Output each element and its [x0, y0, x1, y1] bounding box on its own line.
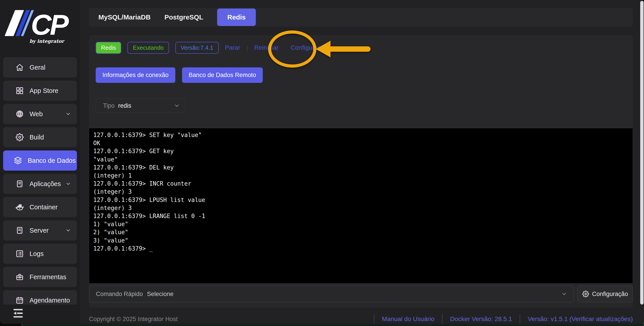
app-version-link[interactable]: Versão: v1.5.1 (Verificar atualizações): [528, 315, 633, 323]
separator: |: [246, 44, 248, 51]
sidebar-nav: Geral App Store Web: [0, 57, 80, 304]
docker-version-link[interactable]: Docker Versão: 28.5.1: [450, 315, 512, 323]
gear-icon: [16, 133, 24, 141]
layers-icon: [14, 156, 22, 165]
type-select[interactable]: Tipo redis: [96, 98, 186, 113]
docker-whale-icon: [16, 203, 24, 211]
quick-command-row: Comando Rápido Selecione Configuração: [89, 286, 633, 302]
sidebar-item-build[interactable]: Build: [3, 127, 77, 147]
toolbox-icon: [16, 273, 24, 281]
quick-command-select[interactable]: Comando Rápido Selecione: [89, 286, 574, 302]
terminal-line: "value": [93, 155, 628, 164]
app-window: CP by integrator Geral App Store: [0, 0, 644, 324]
status-badge: Executando: [128, 42, 169, 54]
terminal-line: 2) "value": [93, 228, 628, 236]
buttons-row: Informações de conexão Banco de Dados Re…: [96, 67, 633, 83]
sidebar-item-label: App Store: [30, 87, 71, 94]
terminal-prompt-line: 127.0.0.1:6379> _: [93, 244, 628, 253]
redis-cli-terminal[interactable]: 127.0.0.1:6379> SET key "value" OK 127.0…: [89, 128, 633, 283]
footer: Copyright © 2025 Integrator Host Manual …: [89, 314, 633, 324]
sidebar-item-label: Server: [30, 227, 65, 234]
stop-link[interactable]: Parar: [225, 44, 240, 51]
terminal-line: 127.0.0.1:6379> SET key "value": [93, 131, 628, 139]
terminal-line: 1) "value": [93, 220, 628, 228]
terminal-line: OK: [93, 139, 628, 147]
connection-info-button[interactable]: Informações de conexão: [96, 67, 175, 83]
footer-divider: [374, 314, 374, 324]
chevron-down-icon: [65, 181, 71, 187]
terminal-line: 3) "value": [93, 236, 628, 244]
sidebar-item-label: Aplicações: [30, 180, 65, 188]
sidebar-item-label: Logs: [30, 250, 71, 257]
terminal-line: (integer) 3: [93, 204, 628, 212]
footer-divider: [442, 314, 442, 324]
sidebar-item-label: Web: [30, 110, 65, 118]
type-select-value: redis: [118, 102, 174, 109]
remote-database-button[interactable]: Banco de Dados Remoto: [182, 67, 263, 83]
logo-icon: CP: [10, 10, 70, 36]
sidebar-collapse-row: [12, 307, 24, 321]
service-badge: Redis: [96, 42, 121, 54]
tab-postgresql[interactable]: PostgreSQL: [164, 14, 203, 21]
collapse-sidebar-icon[interactable]: [12, 316, 24, 320]
logo-tagline: by integrator: [30, 38, 64, 44]
sidebar-item-ferramentas[interactable]: Ferramentas: [3, 267, 77, 287]
chevron-down-icon: [174, 103, 180, 109]
sidebar-item-container[interactable]: Container: [3, 197, 77, 217]
footer-links: Manual do Usuário Docker Versão: 28.5.1 …: [366, 314, 633, 324]
sidebar-item-label: Agendamento: [30, 297, 71, 304]
chevron-down-icon: [65, 228, 71, 233]
terminal-line: 127.0.0.1:6379> LRANGE list 0 -1: [93, 212, 628, 220]
sidebar-item-geral[interactable]: Geral: [3, 57, 77, 77]
sidebar-item-web[interactable]: Web: [3, 104, 77, 124]
terminal-line: 127.0.0.1:6379> INCR counter: [93, 180, 628, 188]
chevron-down-icon: [65, 111, 71, 117]
type-row: Tipo redis: [96, 98, 633, 113]
sidebar-item-label: Geral: [30, 64, 71, 71]
sidebar-item-logs[interactable]: Logs: [3, 244, 77, 264]
sidebar: CP by integrator Geral App Store: [0, 0, 80, 324]
home-icon: [16, 63, 24, 71]
quick-command-value: Selecione: [147, 291, 561, 297]
app-logo: CP by integrator: [0, 0, 80, 53]
sidebar-item-label: Build: [30, 134, 71, 141]
status-row: Redis Executando Versão:7.4.1 Parar | Re…: [96, 42, 633, 54]
tab-mysql-mariadb[interactable]: MySQL/MariaDB: [98, 14, 150, 21]
sidebar-item-agendamento[interactable]: Agendamento: [3, 290, 77, 304]
configuration-button[interactable]: Configuração: [577, 286, 633, 302]
type-select-label: Tipo: [103, 102, 115, 109]
calendar-icon: [16, 296, 24, 304]
database-tabbar: MySQL/MariaDB PostgreSQL Redis: [89, 8, 633, 27]
gear-icon: [582, 291, 589, 297]
sidebar-item-banco-de-dados[interactable]: Banco de Dados: [3, 150, 77, 171]
configuration-link[interactable]: Configuração: [291, 44, 328, 51]
sidebar-item-label: Banco de Dados: [28, 157, 76, 164]
terminal-line: (integer) 3: [93, 188, 628, 196]
server-icon: [16, 226, 24, 234]
sidebar-item-label: Container: [30, 204, 71, 211]
quick-command-label: Comando Rápido: [96, 291, 143, 297]
chevron-down-icon: [561, 291, 567, 297]
terminal-line: 127.0.0.1:6379> GET key: [93, 147, 628, 155]
scrollbar-thumb[interactable]: [640, 1, 644, 304]
main-content: MySQL/MariaDB PostgreSQL Redis Redis Exe…: [80, 0, 644, 324]
sidebar-item-app-store[interactable]: App Store: [3, 81, 77, 101]
configuration-button-label: Configuração: [592, 291, 628, 297]
restart-link[interactable]: Reiniciar: [254, 44, 278, 51]
terminal-line: (integer) 1: [93, 172, 628, 180]
sidebar-item-label: Ferramentas: [30, 273, 71, 281]
server-icon: [16, 180, 24, 188]
terminal-line: 127.0.0.1:6379> LPUSH list value: [93, 196, 628, 204]
footer-divider: [520, 314, 520, 324]
logo-text: CP: [31, 14, 70, 36]
terminal-line: 127.0.0.1:6379> DEL key: [93, 164, 628, 172]
version-badge: Versão:7.4.1: [175, 42, 219, 54]
sidebar-item-aplicacoes[interactable]: Aplicações: [3, 174, 77, 194]
sidebar-item-server[interactable]: Server: [3, 220, 77, 240]
user-manual-link[interactable]: Manual do Usuário: [382, 315, 434, 323]
grid-icon: [16, 87, 24, 95]
list-icon: [16, 250, 24, 258]
tab-redis[interactable]: Redis: [217, 9, 256, 26]
screen: CP by integrator Geral App Store: [0, 0, 644, 326]
copyright-text: Copyright © 2025 Integrator Host: [89, 316, 178, 323]
